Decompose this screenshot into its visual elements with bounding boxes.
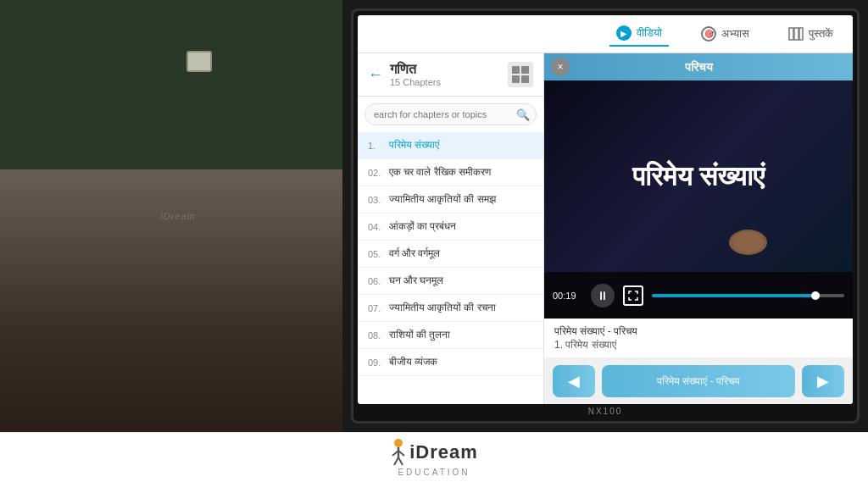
nav-tabs: ▶ वीडियो 🎯 अभ्यास (609, 21, 840, 47)
svg-line-13 (398, 457, 403, 465)
video-close-button[interactable]: × (551, 58, 570, 76)
chapter-title: घन और घनमूल (389, 275, 443, 286)
video-chapter-ref: 1. परिमेय संख्याएं (554, 339, 843, 351)
search-icon[interactable]: 🔍 (516, 108, 530, 121)
chapter-title: ज्यामितीय आकृतियों की रचना (389, 302, 496, 313)
chapter-number: 09. (368, 357, 385, 368)
progress-dot (811, 291, 820, 300)
logo-top: iDream (390, 439, 478, 466)
tv-screen: ▶ वीडियो 🎯 अभ्यास (358, 15, 853, 404)
svg-rect-5 (789, 28, 793, 40)
video-time: 00:19 (553, 291, 582, 301)
back-button[interactable]: ← (368, 66, 383, 84)
chapter-number: 07. (368, 303, 385, 313)
logo-figure-icon (390, 439, 407, 466)
chapter-item[interactable]: 04. आंकड़ों का प्रबंधन (358, 213, 543, 241)
tv-bezel: ▶ वीडियो 🎯 अभ्यास (351, 8, 860, 424)
top-nav: ▶ वीडियो 🎯 अभ्यास (358, 15, 853, 53)
prev-button[interactable]: ◀ (553, 365, 595, 397)
chapter-list: 1. परिमेय संख्याएं 02. एक चर वाले रैखिक … (358, 132, 543, 404)
chapter-title: राशियों की तुलना (389, 330, 450, 341)
chapter-number: 05. (368, 249, 385, 259)
sidebar-header: ← गणित 15 Chapters (358, 53, 543, 97)
grid-view-button[interactable] (508, 62, 533, 87)
video-main-text: परिमेय संख्याएं (632, 161, 765, 192)
chapter-title: बीजीय व्यंजक (389, 357, 437, 368)
chapter-count: 15 Chapters (390, 77, 501, 87)
bottom-nav: ◀ परिमेय संख्याएं - परिचय ▶ (544, 357, 853, 404)
chapter-item[interactable]: 07. ज्यामितीय आकृतियों की रचना (358, 295, 543, 322)
chapter-title: आंकड़ों का प्रबंधन (389, 221, 456, 232)
progress-fill (652, 294, 815, 297)
search-box: 🔍 (364, 103, 537, 125)
video-info: परिमेय संख्याएं - परिचय 1. परिमेय संख्या… (544, 319, 853, 357)
chapter-title: ज्यामितीय आकृतियों की समझ (389, 194, 496, 205)
video-character (729, 230, 767, 255)
bottom-bar: iDream EDUCATION (0, 432, 868, 482)
video-controls: 00:19 ⏸ (544, 272, 853, 319)
photo-area: iDream (0, 0, 356, 432)
chapter-number: 03. (368, 195, 385, 205)
tab-books-label: पुस्तकें (809, 27, 833, 41)
video-name: परिमेय संख्याएं - परिचय (554, 325, 843, 337)
tab-practice[interactable]: 🎯 अभ्यास (694, 22, 756, 46)
tab-video-label: वीडियो (637, 26, 662, 40)
idream-logo: iDream EDUCATION (390, 439, 478, 477)
tab-practice-label: अभ्यास (721, 27, 749, 41)
progress-bar[interactable] (652, 294, 844, 297)
practice-icon: 🎯 (701, 26, 716, 42)
next-button[interactable]: ▶ (802, 365, 844, 397)
nav-title-button[interactable]: परिमेय संख्याएं - परिचय (602, 365, 795, 397)
chapter-item[interactable]: 09. बीजीय व्यंजक (358, 349, 543, 376)
video-frame: परिमेय संख्याएं (544, 80, 853, 272)
svg-line-12 (394, 457, 398, 465)
svg-rect-6 (794, 28, 798, 40)
tab-books[interactable]: पुस्तकें (782, 22, 840, 46)
chapter-item[interactable]: 08. राशियों की तुलना (358, 322, 543, 349)
chapter-title: वर्ग और वर्गमूल (389, 248, 440, 259)
video-title-bar: × परिचय (544, 53, 853, 80)
video-player-area: × परिचय परिमेय संख्याएं (544, 53, 853, 319)
app-ui: ▶ वीडियो 🎯 अभ्यास (358, 15, 853, 404)
chapter-number: 08. (368, 330, 385, 341)
idream-text: iDream (409, 441, 478, 463)
search-input[interactable] (364, 103, 537, 125)
svg-rect-7 (799, 28, 803, 40)
subject-info: गणित 15 Chapters (390, 62, 501, 87)
chapter-title: एक चर वाले रैखिक समीकरण (389, 167, 491, 178)
chapter-number: 04. (368, 222, 385, 232)
tv-area: ▶ वीडियो 🎯 अभ्यास (342, 0, 868, 432)
content-area: ← गणित 15 Chapters (358, 53, 853, 404)
chapter-item[interactable]: 1. परिमेय संख्याएं (358, 132, 543, 159)
books-icon (788, 26, 804, 42)
main-container: iDream ▶ वीडियो (0, 0, 868, 482)
video-content: × परिचय परिमेय संख्याएं (544, 53, 853, 404)
tv-brand: NX100 (588, 407, 623, 416)
video-icon: ▶ (616, 25, 632, 41)
fullscreen-button[interactable] (623, 285, 643, 306)
chapter-number: 06. (368, 276, 385, 286)
svg-point-8 (394, 439, 403, 447)
tab-video[interactable]: ▶ वीडियो (609, 21, 669, 47)
chapter-item[interactable]: 03. ज्यामितीय आकृतियों की समझ (358, 186, 543, 213)
chapter-sidebar: ← गणित 15 Chapters (358, 53, 544, 404)
chapter-title: परिमेय संख्याएं (389, 140, 439, 151)
chapter-number: 1. (368, 141, 385, 151)
pause-button[interactable]: ⏸ (591, 284, 615, 307)
chapter-item[interactable]: 05. वर्ग और वर्गमूल (358, 241, 543, 268)
person-area (0, 51, 356, 432)
idream-subtext: EDUCATION (398, 468, 470, 477)
video-title: परिचय (685, 60, 713, 75)
chapter-item[interactable]: 02. एक चर वाले रैखिक समीकरण (358, 159, 543, 186)
chapter-number: 02. (368, 168, 385, 178)
subject-title: गणित (390, 62, 501, 77)
chapter-item[interactable]: 06. घन और घनमूल (358, 268, 543, 295)
